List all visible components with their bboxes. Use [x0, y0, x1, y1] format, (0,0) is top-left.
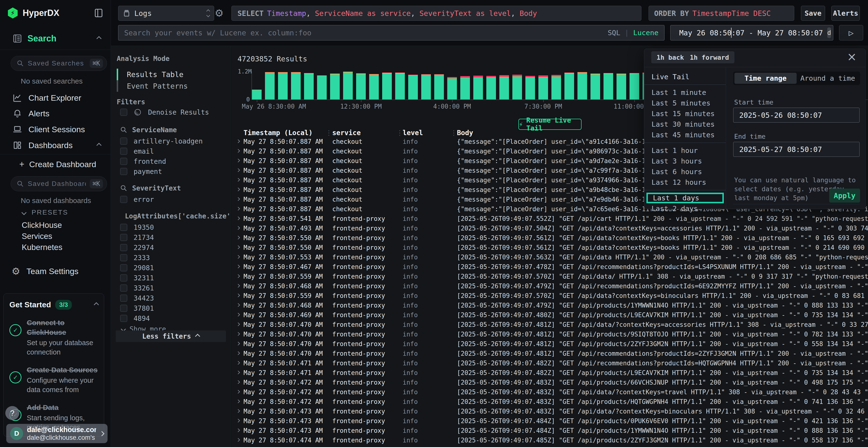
row-expand-icon[interactable]	[236, 428, 240, 432]
close-icon[interactable]: ×	[847, 50, 857, 63]
search-input[interactable]: Search your events w/ Lucene ex. column:…	[118, 25, 664, 40]
chart-bar[interactable]	[304, 73, 314, 100]
row-expand-icon[interactable]	[236, 236, 240, 240]
resume-live-tail-button[interactable]: ⚡ Resume Live Tail	[518, 119, 582, 130]
row-expand-icon[interactable]	[236, 139, 240, 143]
row-expand-icon[interactable]	[236, 419, 240, 423]
source-select[interactable]: Logs	[118, 6, 214, 21]
col-service[interactable]: service	[332, 129, 361, 137]
row-expand-icon[interactable]	[236, 207, 240, 211]
table-row[interactable]: May 27 8:50:07.468 AMfrontend-proxyinfo[…	[231, 300, 868, 310]
start-time-input[interactable]: 2025-05-26 08:50:07	[733, 108, 860, 123]
chart-bar[interactable]	[369, 74, 379, 100]
sidebar-preset-services[interactable]: Services	[22, 231, 62, 242]
filter-value-row[interactable]: 29081	[111, 263, 231, 273]
filter-value-row[interactable]: 19350	[111, 222, 231, 232]
sidebar-item-client-sessions[interactable]: Client Sessions	[12, 124, 85, 135]
one-hour-forward-button[interactable]: 1h forward	[684, 51, 735, 63]
create-dashboard-button[interactable]: + Create Dashboard	[19, 159, 96, 170]
row-expand-icon[interactable]	[236, 178, 240, 182]
row-expand-icon[interactable]	[236, 274, 240, 278]
row-expand-icon[interactable]	[236, 351, 240, 355]
checkbox[interactable]	[120, 254, 127, 261]
chevron-up-icon[interactable]	[96, 36, 101, 41]
tab-around-a-time[interactable]: Around a time	[797, 73, 859, 84]
row-expand-icon[interactable]	[236, 371, 240, 375]
saved-dashboards-input[interactable]: Saved Dashboards ⌘K	[10, 176, 107, 191]
chart-bar[interactable]	[578, 72, 587, 100]
less-filters-button[interactable]: Less filters	[116, 331, 226, 342]
table-row[interactable]: May 27 8:50:07.559 AMfrontend-proxyinfo[…	[231, 291, 868, 300]
chart-bar[interactable]	[473, 76, 483, 100]
row-expand-icon[interactable]	[236, 159, 240, 163]
checkbox[interactable]	[120, 305, 127, 312]
checkbox[interactable]	[120, 264, 127, 271]
chart-bar[interactable]	[447, 77, 457, 100]
chart-bar[interactable]	[278, 72, 288, 100]
row-expand-icon[interactable]	[236, 322, 240, 326]
filter-value-row[interactable]: 2333	[111, 253, 231, 263]
row-expand-icon[interactable]	[236, 149, 240, 153]
sidebar-item-alerts[interactable]: Alerts	[12, 108, 50, 119]
time-option[interactable]: Last 15 minutes	[644, 108, 726, 119]
chart-bar[interactable]	[460, 76, 470, 100]
time-option[interactable]: Last 30 minutes	[644, 119, 726, 130]
table-row[interactable]: May 27 8:50:07.473 AMfrontend-proxyinfo[…	[231, 425, 868, 435]
chart-bar[interactable]	[629, 73, 639, 100]
chart-bar[interactable]	[617, 73, 626, 100]
sidebar-item-team-settings[interactable]: ⚙ Team Settings	[11, 266, 79, 276]
table-row[interactable]: May 27 8:50:07.468 AMfrontend-proxyinfo[…	[231, 281, 868, 291]
chart-bar[interactable]	[382, 72, 392, 100]
checkbox[interactable]	[120, 274, 127, 281]
time-option[interactable]: Last 2 days	[644, 203, 726, 214]
checkbox[interactable]	[120, 168, 127, 175]
row-expand-icon[interactable]	[236, 409, 240, 413]
table-row[interactable]: May 27 8:50:07.472 AMfrontend-proxyinfo[…	[231, 377, 868, 387]
checkbox[interactable]	[120, 196, 127, 203]
help-button[interactable]: ?	[5, 406, 19, 420]
filter-value-row[interactable]: 33261	[111, 283, 231, 293]
chart-bar[interactable]	[551, 75, 561, 100]
chart-bar[interactable]	[291, 72, 301, 100]
row-expand-icon[interactable]	[236, 255, 240, 259]
row-expand-icon[interactable]	[236, 390, 240, 394]
tab-time-range[interactable]: Time range	[735, 73, 797, 84]
row-expand-icon[interactable]	[236, 187, 240, 192]
saved-searches-input[interactable]: Saved Searches ⌘K	[10, 56, 107, 71]
table-row[interactable]: May 27 8:50:07.467 AMfrontend-proxyinfo[…	[231, 262, 868, 271]
chevron-up-icon[interactable]	[96, 143, 101, 148]
filter-value-row[interactable]: 21734	[111, 232, 231, 243]
time-option[interactable]: Last 6 hours	[644, 166, 726, 177]
table-row[interactable]: May 27 8:50:07.493 AMfrontend-proxyinfo[…	[231, 223, 868, 233]
table-row[interactable]: May 27 8:50:07.473 AMfrontend-proxyinfo[…	[231, 416, 868, 425]
order-by-editor[interactable]: ORDER BY TimestampTime DESC	[649, 6, 794, 21]
table-row[interactable]: May 27 8:50:07.470 AMfrontend-proxyinfo[…	[231, 339, 868, 348]
checkbox[interactable]	[120, 224, 127, 231]
col-level[interactable]: level	[403, 129, 423, 137]
chart-bar[interactable]	[525, 76, 535, 100]
column-resize-handle[interactable]: ⋮	[326, 129, 332, 137]
row-expand-icon[interactable]	[236, 245, 240, 249]
table-row[interactable]: May 27 8:50:07.470 AMfrontend-proxyinfo[…	[231, 319, 868, 329]
time-option[interactable]: Last 1 days	[646, 193, 724, 203]
checkbox[interactable]	[120, 295, 127, 302]
chart-bar[interactable]	[252, 90, 261, 100]
table-row[interactable]: May 27 8:50:07.473 AMfrontend-proxyinfo[…	[231, 406, 868, 416]
filter-value-row[interactable]: artillery-loadgen	[111, 136, 231, 146]
one-hour-back-button[interactable]: 1h back	[651, 51, 689, 63]
column-resize-handle[interactable]: ⋮	[451, 129, 457, 137]
checkbox[interactable]	[120, 158, 127, 165]
chart-bar[interactable]	[499, 75, 509, 100]
row-expand-icon[interactable]	[236, 265, 240, 269]
row-expand-icon[interactable]	[236, 400, 240, 403]
column-resize-handle[interactable]: ⋮	[396, 129, 403, 137]
row-expand-icon[interactable]	[236, 303, 240, 307]
table-row[interactable]: May 27 8:50:07.541 AMfrontend-proxyinfo[…	[231, 214, 868, 223]
chart-bar[interactable]	[486, 76, 496, 100]
chart-bar[interactable]	[603, 73, 613, 100]
chart-bar[interactable]	[590, 73, 600, 100]
time-option[interactable]: Last 1 hour	[644, 145, 726, 156]
filter-value-row[interactable]: error	[111, 194, 231, 204]
chart-bar[interactable]	[538, 75, 548, 100]
col-timestamp[interactable]: Timestamp (Local)	[244, 129, 313, 137]
